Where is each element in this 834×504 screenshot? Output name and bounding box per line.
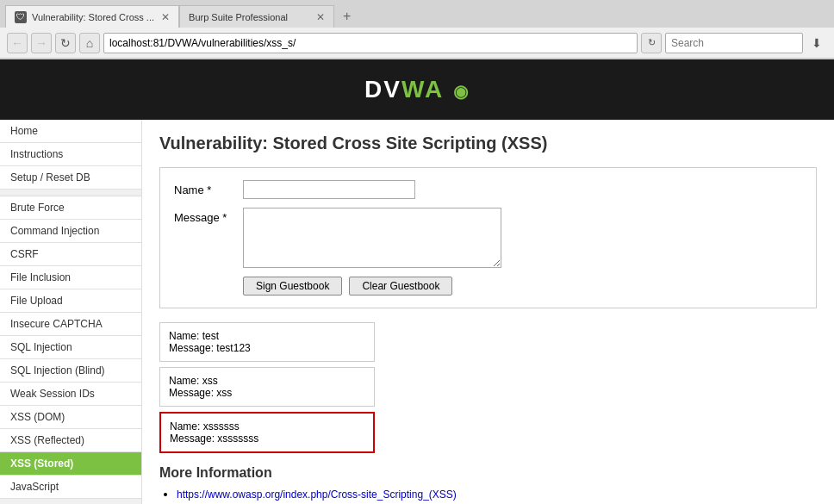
entry-2-name: Name: xss xyxy=(169,375,365,387)
guestbook-entry-1: Name: test Message: test123 xyxy=(159,322,375,362)
sidebar-item-setup[interactable]: Setup / Reset DB xyxy=(0,166,141,190)
dvwa-logo-symbol: ◉ xyxy=(453,82,470,101)
page-content: DVWA ◉ Home Instructions Setup / Reset D… xyxy=(0,59,834,504)
tab-title-2: Burp Suite Professional xyxy=(189,12,309,22)
sidebar-item-instructions[interactable]: Instructions xyxy=(0,143,141,166)
dvwa-header: DVWA ◉ xyxy=(0,59,834,120)
tab-bar: 🛡 Vulnerability: Stored Cross ... ✕ Burp… xyxy=(0,0,834,28)
sidebar-item-weak-session[interactable]: Weak Session IDs xyxy=(0,383,141,406)
name-input[interactable] xyxy=(243,180,415,199)
page-title: Vulnerability: Stored Cross Site Scripti… xyxy=(159,134,817,153)
tab-close-1[interactable]: ✕ xyxy=(161,11,170,23)
name-label: Name * xyxy=(174,180,243,196)
sidebar-item-javascript[interactable]: JavaScript xyxy=(0,476,141,499)
download-button[interactable]: ⬇ xyxy=(806,33,827,53)
back-button[interactable]: ← xyxy=(7,33,28,53)
message-textarea[interactable] xyxy=(243,208,501,268)
more-info-section: More Information https://www.owasp.org/i… xyxy=(159,465,817,504)
forward-button[interactable]: → xyxy=(31,33,52,53)
info-link-1[interactable]: https://www.owasp.org/index.php/Cross-si… xyxy=(177,488,457,501)
tab-active[interactable]: 🛡 Vulnerability: Stored Cross ... ✕ xyxy=(5,5,179,28)
tab-close-2[interactable]: ✕ xyxy=(316,11,325,23)
address-bar[interactable] xyxy=(103,33,638,53)
new-tab-button[interactable]: + xyxy=(338,9,356,24)
tab-burp[interactable]: Burp Suite Professional ✕ xyxy=(179,5,334,28)
dvwa-logo: DVWA ◉ xyxy=(364,76,470,103)
tab-title-1: Vulnerability: Stored Cross ... xyxy=(32,12,154,22)
entry-3-message: Message: xsssssss xyxy=(170,432,364,445)
more-info-title: More Information xyxy=(159,465,817,481)
nav-bar: ← → ↻ ⌂ ↻ ⬇ xyxy=(0,28,834,59)
sidebar-item-insecure-captcha[interactable]: Insecure CAPTCHA xyxy=(0,313,141,336)
message-label: Message * xyxy=(174,208,243,224)
info-links-list: https://www.owasp.org/index.php/Cross-si… xyxy=(159,488,817,504)
guestbook-form: Name * Message * Sign Guestbook Clear Gu… xyxy=(159,167,817,308)
form-buttons: Sign Guestbook Clear Guestbook xyxy=(243,277,802,296)
guestbook-entry-3: Name: xssssss Message: xsssssss xyxy=(159,412,375,453)
refresh-button[interactable]: ↻ xyxy=(55,33,76,53)
sidebar: Home Instructions Setup / Reset DB Brute… xyxy=(0,120,142,504)
main-layout: Home Instructions Setup / Reset DB Brute… xyxy=(0,120,834,504)
search-input[interactable] xyxy=(665,33,803,53)
sidebar-item-file-inclusion[interactable]: File Inclusion xyxy=(0,266,141,289)
guestbook-entry-2: Name: xss Message: xss xyxy=(159,367,375,407)
sidebar-item-brute-force[interactable]: Brute Force xyxy=(0,196,141,220)
sidebar-item-sql-injection[interactable]: SQL Injection xyxy=(0,336,141,359)
sign-guestbook-button[interactable]: Sign Guestbook xyxy=(243,277,342,296)
entry-1-message: Message: test123 xyxy=(169,342,365,354)
sidebar-item-xss-reflected[interactable]: XSS (Reflected) xyxy=(0,429,141,452)
sidebar-item-file-upload[interactable]: File Upload xyxy=(0,289,141,313)
clear-guestbook-button[interactable]: Clear Guestbook xyxy=(349,277,452,296)
sidebar-item-sql-injection-blind[interactable]: SQL Injection (Blind) xyxy=(0,359,141,383)
list-item-1: https://www.owasp.org/index.php/Cross-si… xyxy=(177,488,817,501)
entry-3-name: Name: xssssss xyxy=(170,420,364,432)
entry-2-message: Message: xss xyxy=(169,387,365,399)
sidebar-item-xss-dom[interactable]: XSS (DOM) xyxy=(0,406,141,429)
form-row-name: Name * xyxy=(174,180,802,199)
entry-1-name: Name: test xyxy=(169,330,365,342)
dvwa-logo-accent: WA xyxy=(401,76,443,103)
go-button[interactable]: ↻ xyxy=(641,33,662,53)
sidebar-divider-1 xyxy=(0,190,141,196)
sidebar-item-xss-stored[interactable]: XSS (Stored) xyxy=(0,452,141,476)
tab-favicon: 🛡 xyxy=(15,11,27,23)
form-row-message: Message * xyxy=(174,208,802,268)
content-area: Vulnerability: Stored Cross Site Scripti… xyxy=(142,120,834,504)
sidebar-item-command-injection[interactable]: Command Injection xyxy=(0,220,141,243)
sidebar-divider-2 xyxy=(0,499,141,504)
browser-chrome: 🛡 Vulnerability: Stored Cross ... ✕ Burp… xyxy=(0,0,834,59)
sidebar-item-csrf[interactable]: CSRF xyxy=(0,243,141,266)
home-button[interactable]: ⌂ xyxy=(79,33,100,53)
sidebar-item-home[interactable]: Home xyxy=(0,120,141,143)
